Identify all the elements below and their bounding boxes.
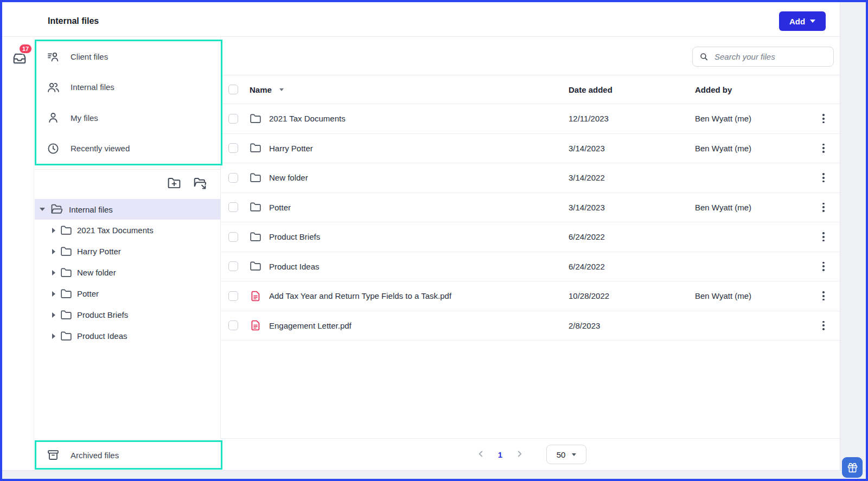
tree-folder[interactable]: Harry Potter (35, 241, 220, 262)
search-box (692, 47, 834, 67)
tree-folder-label: Harry Potter (77, 247, 121, 256)
row-menu-button[interactable] (817, 170, 830, 185)
table-row[interactable]: Add Tax Year and Return Type Fields to a… (220, 281, 840, 311)
chevron-right-icon[interactable] (52, 228, 55, 233)
row-menu-button[interactable] (817, 318, 830, 333)
file-name[interactable]: Harry Potter (269, 144, 313, 153)
pdf-icon (250, 319, 261, 331)
chevron-right-icon[interactable] (52, 270, 55, 275)
sort-caret-icon[interactable] (279, 88, 284, 91)
added-by-cell: Ben Wyatt (me) (695, 114, 751, 123)
archive-icon (47, 448, 60, 461)
add-button[interactable]: Add (779, 11, 826, 31)
row-menu-button[interactable] (817, 288, 830, 304)
table-row[interactable]: Product Briefs 6/24/2022 (220, 222, 840, 252)
chevron-right-icon[interactable] (52, 291, 55, 297)
inbox-button[interactable]: 17 (12, 46, 34, 67)
row-checkbox[interactable] (228, 261, 238, 271)
column-header-name[interactable]: Name (250, 85, 284, 94)
row-checkbox[interactable] (228, 202, 238, 212)
row-checkbox[interactable] (228, 143, 238, 153)
folder-icon (250, 231, 261, 243)
chevron-right-icon (515, 449, 525, 459)
tree-folder[interactable]: 2021 Tax Documents (35, 220, 220, 241)
move-folder-button[interactable] (193, 176, 207, 190)
sidebar-item-recently-viewed[interactable]: Recently viewed (36, 133, 221, 164)
file-name[interactable]: Add Tax Year and Return Type Fields to a… (269, 291, 451, 300)
folder-actions (35, 172, 220, 194)
row-menu-button[interactable] (817, 259, 830, 274)
date-added-cell: 6/24/2022 (569, 232, 605, 241)
file-table-body: 2021 Tax Documents 12/11/2023 Ben Wyatt … (220, 104, 840, 341)
page-size-select[interactable]: 50 (546, 445, 586, 464)
current-page[interactable]: 1 (493, 450, 507, 459)
table-row[interactable]: New folder 3/14/2022 (220, 163, 840, 193)
folder-tree-children: 2021 Tax Documents Harry Potter New fold… (35, 220, 220, 347)
chevron-right-icon[interactable] (52, 249, 55, 254)
tree-folder[interactable]: Product Briefs (35, 304, 220, 325)
search-input[interactable] (692, 47, 834, 67)
column-header-date-added[interactable]: Date added (569, 85, 612, 94)
sidebar-item-archived-files[interactable]: Archived files (35, 440, 222, 470)
file-name[interactable]: Product Briefs (269, 232, 320, 241)
tree-folder-label: New folder (77, 268, 116, 277)
added-by-cell: Ben Wyatt (me) (695, 203, 751, 212)
new-folder-button[interactable] (167, 176, 181, 190)
file-name[interactable]: Engagement Letter.pdf (269, 321, 352, 330)
header-divider (2, 36, 840, 37)
file-name[interactable]: New folder (269, 173, 308, 182)
folder-icon (250, 113, 261, 125)
select-all-checkbox[interactable] (228, 85, 238, 94)
tree-folder-label: Product Ideas (77, 331, 127, 341)
row-checkbox[interactable] (228, 114, 238, 124)
tree-folder[interactable]: Product Ideas (35, 325, 220, 347)
tree-root-internal-files[interactable]: Internal files (35, 199, 220, 220)
folder-icon (60, 225, 72, 236)
chevron-down-icon[interactable] (40, 208, 45, 211)
table-row[interactable]: Harry Potter 3/14/2023 Ben Wyatt (me) (220, 134, 840, 164)
sidebar-item-my-files[interactable]: My files (36, 102, 221, 133)
row-menu-button[interactable] (817, 200, 830, 215)
bottom-gutter (0, 470, 868, 481)
column-header-added-by[interactable]: Added by (695, 85, 732, 94)
row-checkbox[interactable] (228, 320, 238, 330)
file-name[interactable]: Potter (269, 203, 291, 212)
file-name[interactable]: Product Ideas (269, 262, 320, 271)
next-page-button[interactable] (513, 447, 527, 461)
rewards-button[interactable] (842, 457, 863, 478)
column-name-label: Name (250, 85, 272, 94)
row-menu-button[interactable] (817, 111, 830, 126)
folder-plus-icon (167, 176, 181, 190)
date-added-cell: 3/14/2023 (569, 203, 605, 212)
folder-icon (60, 246, 72, 258)
chevron-right-icon[interactable] (52, 334, 55, 339)
row-checkbox[interactable] (228, 291, 238, 301)
date-added-cell: 3/14/2022 (569, 173, 605, 182)
sidebar-item-client-files[interactable]: Client files (36, 41, 221, 72)
sidebar-item-label: Client files (71, 52, 108, 61)
table-header: Name Date added Added by (220, 75, 840, 104)
folder-export-icon (193, 176, 207, 190)
table-row[interactable]: 2021 Tax Documents 12/11/2023 Ben Wyatt … (220, 104, 840, 134)
row-checkbox[interactable] (228, 173, 238, 183)
chevron-right-icon[interactable] (52, 312, 55, 318)
row-menu-button[interactable] (817, 229, 830, 245)
previous-page-button[interactable] (474, 447, 488, 461)
row-checkbox[interactable] (228, 232, 238, 242)
my-files-icon (47, 111, 60, 124)
table-row[interactable]: Engagement Letter.pdf 2/8/2023 (220, 311, 840, 341)
table-row[interactable]: Potter 3/14/2023 Ben Wyatt (me) (220, 193, 840, 223)
pdf-icon (250, 290, 261, 302)
file-name[interactable]: 2021 Tax Documents (269, 114, 346, 123)
folder-icon (60, 288, 72, 300)
tree-folder[interactable]: Potter (35, 283, 220, 304)
tree-folder[interactable]: New folder (35, 262, 220, 283)
table-row[interactable]: Product Ideas 6/24/2022 (220, 252, 840, 282)
archived-files-label: Archived files (71, 451, 119, 460)
sidebar-nav-annotation-box: Client files Internal files My files Rec… (35, 40, 222, 165)
folder-icon (250, 201, 261, 213)
sidebar-item-internal-files[interactable]: Internal files (36, 72, 221, 103)
row-menu-button[interactable] (817, 140, 830, 156)
chevron-down-icon (572, 453, 576, 456)
tree-root-label: Internal files (69, 205, 113, 214)
